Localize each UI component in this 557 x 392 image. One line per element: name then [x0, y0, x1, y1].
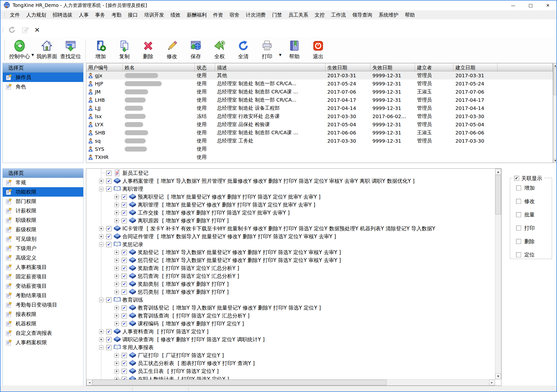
menu-item-8[interactable]: 绩效 [167, 12, 184, 18]
related-option-checkbox[interactable] [516, 239, 521, 244]
tree-checkbox[interactable]: ✔ [122, 369, 127, 374]
expand-icon[interactable]: + [114, 274, 119, 278]
sidebar-item-pages_bottom-6[interactable]: 可见级别 [3, 234, 83, 244]
toolbar-delete-button[interactable]: 删除 [136, 39, 160, 60]
expand-icon[interactable]: + [114, 258, 119, 262]
menu-item-4[interactable]: 事务 [92, 12, 108, 18]
expand-icon[interactable]: + [114, 322, 119, 326]
table-row[interactable]: JM使用总经理室 制造处 制造部 CR/CA课 ...2017-07-06999… [86, 88, 553, 96]
table-row[interactable]: gjx使用其他2017-03-319999-12-31管理员2017-03-31 [86, 71, 553, 79]
related-option-checkbox[interactable] [516, 226, 521, 231]
sidebar-item-pages_bottom-9[interactable]: 人事档案项目 [3, 262, 83, 272]
tree-item[interactable]: +✔人事资料查询[ 打印Y 筛选Y 定位Y ] [86, 328, 495, 336]
table-row[interactable]: LYX使用总经理室 品保处 检验课2017-05-049999-12-31管理员… [86, 120, 553, 129]
tree-checkbox[interactable]: ✔ [122, 258, 127, 263]
expand-icon[interactable]: + [99, 330, 103, 334]
collapse-icon[interactable]: − [99, 298, 103, 302]
tree-checkbox[interactable]: ✔ [122, 377, 127, 380]
tree-item[interactable]: +✔员工生日表[ 打印Y 筛选Y 定位Y ] [86, 367, 495, 375]
tree-checkbox[interactable]: ✔ [106, 171, 111, 176]
expand-icon[interactable]: + [99, 235, 103, 239]
tree-item[interactable]: ✔新员工登记 [86, 169, 495, 177]
toolbar-add-button[interactable]: 增加 [89, 39, 112, 60]
sidebar-item-pages_bottom-8[interactable]: 高级定义 [3, 253, 83, 262]
tree-item[interactable]: +✔预离职登记[ 增加Y 批量登记Y 修改Y 删除Y 打印Y 筛选Y 定位Y 批… [86, 193, 495, 201]
expand-icon[interactable]: + [114, 203, 119, 207]
column-header-7[interactable]: 建立日期 [453, 63, 498, 71]
tree-checkbox[interactable]: ✔ [122, 250, 127, 255]
scroll-up-icon[interactable]: ▲ [495, 169, 501, 175]
minimize-button[interactable]: — [504, 0, 522, 10]
sidebar-item-pages_bottom-2[interactable]: 部门权限 [3, 197, 83, 206]
toolbar-print-button[interactable]: 打印 [255, 39, 279, 60]
toolbar-find-locate-button[interactable]: 查找定位 [59, 39, 83, 60]
tree-checkbox[interactable]: ✔ [122, 210, 127, 215]
toolbar-grant-all-button[interactable]: 全权 [208, 39, 231, 60]
menu-item-10[interactable]: 件资 [210, 12, 226, 18]
tree-checkbox[interactable]: ✔ [122, 218, 127, 223]
table-row[interactable]: LHB使用总经理室 制造处 制造一部 CR/CA...2017-04-17999… [86, 96, 553, 104]
tree-checkbox[interactable]: ✔ [106, 337, 111, 342]
column-header-0[interactable]: 用户编号 [86, 63, 123, 71]
tree-checkbox[interactable]: ✔ [106, 234, 111, 239]
collapse-icon[interactable]: − [99, 345, 103, 350]
menu-item-3[interactable]: 人事 [76, 12, 92, 18]
tree-item[interactable]: +✔IC卡管理[ 发卡Y 补卡Y 有效卡下载至卡钟Y 批量制卡Y 修改Y 删除Y… [86, 225, 495, 233]
menu-item-18[interactable]: 系统维护 [375, 12, 402, 18]
tree-item[interactable]: +✔奖励类别[ 增加Y 修改Y 删除Y 打印Y ] [86, 280, 495, 288]
expand-icon[interactable]: + [114, 369, 119, 373]
related-option-checkbox[interactable] [516, 185, 521, 190]
tree-item[interactable]: −✔教育训练 [86, 296, 495, 304]
tree-vscroll-thumb[interactable] [495, 175, 501, 214]
expand-icon[interactable]: + [114, 266, 119, 270]
sidebar-item-pages_bottom-10[interactable]: 固定薪资项目 [3, 272, 83, 281]
collapse-icon[interactable]: − [99, 187, 103, 191]
tree-item[interactable]: −✔奖惩记录 [86, 240, 495, 248]
menu-item-17[interactable]: 领导查询 [349, 12, 375, 18]
tree-item[interactable]: +✔人事档案管理[ 增加Y 导入数据Y 照片管理Y 批量修改Y 修改Y 删除Y … [86, 177, 495, 185]
tree-checkbox[interactable]: ✔ [106, 186, 111, 192]
menu-item-12[interactable]: 计次消费 [243, 12, 269, 18]
table-vertical-scrollbar[interactable]: ▲ ▼ [553, 63, 557, 163]
scroll-down-icon[interactable]: ▼ [553, 158, 557, 163]
print-dropdown-icon[interactable]: ▼ [279, 53, 281, 57]
expand-icon[interactable]: + [99, 227, 103, 231]
tree-checkbox[interactable]: ✔ [122, 305, 127, 311]
toolbar-help-button[interactable]: 帮助 [282, 39, 306, 60]
tree-item[interactable]: +✔教育训练查询[ 打印Y 筛选Y 定位Y 汇总分析Y ] [86, 312, 495, 320]
tree-vertical-scrollbar[interactable]: ▲ ▼ [495, 169, 501, 379]
menu-item-16[interactable]: 工作流 [328, 12, 349, 18]
expand-icon[interactable]: + [114, 211, 119, 215]
scroll-left-icon[interactable]: ◄ [86, 380, 92, 385]
expand-icon[interactable]: + [114, 290, 119, 294]
sidebar-item-pages_bottom-1[interactable]: 功能权限 [3, 187, 83, 197]
tree-checkbox[interactable]: ✔ [106, 179, 111, 184]
tree-item[interactable]: +✔员工状态分析表[ 图表打印Y 修改Y 打印Y 查询Y ] [86, 359, 495, 367]
sidebar-item-pages_bottom-14[interactable]: 报表权限 [3, 310, 83, 319]
menu-item-19[interactable]: 帮助 [402, 12, 418, 18]
sidebar-item-pages_top-1[interactable]: 角色 [3, 82, 83, 91]
menu-item-6[interactable]: 接口 [125, 12, 141, 18]
tree-checkbox[interactable]: ✔ [106, 226, 111, 231]
sidebar-item-pages_bottom-15[interactable]: 机器权限 [3, 319, 83, 328]
maximize-button[interactable]: □ [522, 0, 539, 10]
tree-item[interactable]: +✔离职管理[ 增加Y 批量登记Y 修改Y 删除Y 打印Y 筛选Y 定位Y 批审… [86, 201, 495, 209]
column-header-5[interactable]: 失效日期 [370, 63, 415, 71]
sidebar-item-pages_bottom-17[interactable]: 人事档案权限 [3, 338, 83, 347]
menu-item-1[interactable]: 人力规划 [23, 12, 49, 18]
tree-item[interactable]: +✔调职记录查询[ 修改Y 删除Y 打印Y 筛选Y 定位Y 调职统计Y ] [86, 336, 495, 343]
column-header-1[interactable]: 姓名 [123, 63, 195, 71]
tree-item[interactable]: +✔惩罚类别[ 增加Y 修改Y 删除Y 打印Y ] [86, 288, 495, 296]
expand-icon[interactable]: + [114, 361, 119, 366]
tree-checkbox[interactable]: ✔ [122, 194, 127, 200]
sidebar-item-pages_bottom-7[interactable]: 下级用户 [3, 244, 83, 253]
toolbar-save-button[interactable]: 保存 [184, 39, 208, 60]
tree-item[interactable]: −✔常用人事报表 [86, 343, 495, 351]
control-center-dropdown-icon[interactable]: ▼ [31, 53, 34, 57]
tree-item[interactable]: +✔奖励登记[ 增加Y 导入数据Y 批量登记Y 修改Y 删除Y 打印Y 筛选Y … [86, 248, 495, 256]
tree-checkbox[interactable]: ✔ [122, 202, 127, 208]
expand-icon[interactable]: + [114, 377, 119, 380]
toolbar-modify-button[interactable]: 修改 [160, 39, 184, 60]
menu-item-15[interactable]: 文控 [311, 12, 328, 18]
menu-item-11[interactable]: 宿舍 [226, 12, 243, 18]
